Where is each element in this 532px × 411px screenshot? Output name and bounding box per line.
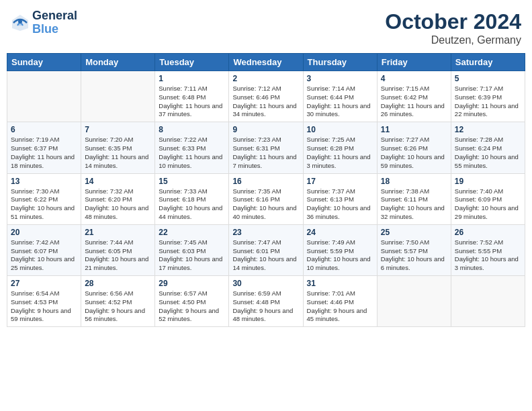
weekday-header-tuesday: Tuesday: [155, 54, 229, 71]
day-info: Sunrise: 7:42 AM Sunset: 6:07 PM Dayligh…: [11, 238, 77, 273]
day-info: Sunrise: 6:57 AM Sunset: 4:50 PM Dayligh…: [159, 289, 225, 324]
calendar-cell: 13Sunrise: 7:30 AM Sunset: 6:22 PM Dayli…: [7, 173, 81, 224]
weekday-header-saturday: Saturday: [451, 54, 525, 71]
calendar-cell: 30Sunrise: 6:59 AM Sunset: 4:48 PM Dayli…: [229, 276, 303, 327]
day-number: 11: [381, 125, 447, 134]
day-number: 25: [381, 228, 447, 237]
calendar-cell: 1Sunrise: 7:11 AM Sunset: 6:48 PM Daylig…: [155, 71, 229, 122]
calendar-cell: 23Sunrise: 7:47 AM Sunset: 6:01 PM Dayli…: [229, 224, 303, 275]
day-number: 12: [455, 125, 521, 134]
day-number: 24: [307, 228, 373, 237]
day-info: Sunrise: 7:28 AM Sunset: 6:24 PM Dayligh…: [455, 136, 521, 170]
weekday-header-friday: Friday: [377, 54, 451, 71]
day-info: Sunrise: 7:37 AM Sunset: 6:13 PM Dayligh…: [307, 187, 373, 222]
day-number: 27: [11, 279, 77, 288]
day-number: 14: [85, 177, 151, 186]
weekday-header-sunday: Sunday: [7, 54, 81, 71]
day-number: 6: [11, 125, 77, 134]
day-info: Sunrise: 7:19 AM Sunset: 6:37 PM Dayligh…: [11, 136, 77, 170]
calendar-cell: 8Sunrise: 7:22 AM Sunset: 6:33 PM Daylig…: [155, 122, 229, 173]
calendar-cell: [7, 71, 81, 122]
month-title: October 2024: [385, 9, 521, 34]
calendar-week-row: 1Sunrise: 7:11 AM Sunset: 6:48 PM Daylig…: [7, 71, 525, 122]
calendar-week-row: 20Sunrise: 7:42 AM Sunset: 6:07 PM Dayli…: [7, 224, 525, 275]
day-number: 22: [159, 228, 225, 237]
calendar-cell: 17Sunrise: 7:37 AM Sunset: 6:13 PM Dayli…: [303, 173, 377, 224]
day-number: 30: [232, 279, 299, 288]
calendar-week-row: 27Sunrise: 6:54 AM Sunset: 4:53 PM Dayli…: [7, 276, 525, 327]
calendar-cell: 19Sunrise: 7:40 AM Sunset: 6:09 PM Dayli…: [451, 173, 525, 224]
location-subtitle: Deutzen, Germany: [385, 34, 521, 46]
weekday-header-wednesday: Wednesday: [229, 54, 303, 71]
day-number: 10: [307, 125, 373, 134]
calendar-cell: 12Sunrise: 7:28 AM Sunset: 6:24 PM Dayli…: [451, 122, 525, 173]
calendar-cell: 15Sunrise: 7:33 AM Sunset: 6:18 PM Dayli…: [155, 173, 229, 224]
calendar-cell: 2Sunrise: 7:12 AM Sunset: 6:46 PM Daylig…: [229, 71, 303, 122]
calendar-cell: 21Sunrise: 7:44 AM Sunset: 6:05 PM Dayli…: [81, 224, 155, 275]
day-number: 9: [232, 125, 299, 134]
day-number: 7: [85, 125, 151, 134]
day-info: Sunrise: 7:32 AM Sunset: 6:20 PM Dayligh…: [85, 187, 151, 222]
day-number: 29: [159, 279, 225, 288]
calendar-cell: 20Sunrise: 7:42 AM Sunset: 6:07 PM Dayli…: [7, 224, 81, 275]
day-number: 19: [455, 177, 521, 186]
calendar-cell: 27Sunrise: 6:54 AM Sunset: 4:53 PM Dayli…: [7, 276, 81, 327]
day-info: Sunrise: 7:17 AM Sunset: 6:39 PM Dayligh…: [455, 85, 521, 119]
day-info: Sunrise: 7:27 AM Sunset: 6:26 PM Dayligh…: [381, 136, 447, 170]
calendar-cell: [81, 71, 155, 122]
day-info: Sunrise: 7:15 AM Sunset: 6:42 PM Dayligh…: [381, 85, 447, 119]
calendar-cell: 11Sunrise: 7:27 AM Sunset: 6:26 PM Dayli…: [377, 122, 451, 173]
calendar-cell: 22Sunrise: 7:45 AM Sunset: 6:03 PM Dayli…: [155, 224, 229, 275]
day-number: 15: [159, 177, 225, 186]
day-number: 1: [159, 74, 225, 83]
calendar-cell: 25Sunrise: 7:50 AM Sunset: 5:57 PM Dayli…: [377, 224, 451, 275]
weekday-header-thursday: Thursday: [303, 54, 377, 71]
day-number: 26: [455, 228, 521, 237]
day-info: Sunrise: 7:25 AM Sunset: 6:28 PM Dayligh…: [307, 136, 373, 170]
day-info: Sunrise: 7:30 AM Sunset: 6:22 PM Dayligh…: [11, 187, 77, 222]
logo-text: General Blue: [32, 9, 77, 36]
day-number: 18: [381, 177, 447, 186]
logo: General Blue: [11, 9, 77, 36]
day-info: Sunrise: 7:49 AM Sunset: 5:59 PM Dayligh…: [307, 238, 373, 273]
weekday-header-monday: Monday: [81, 54, 155, 71]
day-info: Sunrise: 7:22 AM Sunset: 6:33 PM Dayligh…: [159, 136, 225, 170]
calendar-cell: 14Sunrise: 7:32 AM Sunset: 6:20 PM Dayli…: [81, 173, 155, 224]
calendar-cell: 9Sunrise: 7:23 AM Sunset: 6:31 PM Daylig…: [229, 122, 303, 173]
day-number: 17: [307, 177, 373, 186]
day-number: 20: [11, 228, 77, 237]
day-number: 28: [85, 279, 151, 288]
day-info: Sunrise: 7:14 AM Sunset: 6:44 PM Dayligh…: [307, 85, 373, 119]
day-info: Sunrise: 7:40 AM Sunset: 6:09 PM Dayligh…: [455, 187, 521, 222]
day-number: 13: [11, 177, 77, 186]
page-header: General Blue October 2024 Deutzen, Germa…: [7, 7, 525, 49]
day-info: Sunrise: 7:52 AM Sunset: 5:55 PM Dayligh…: [455, 238, 521, 273]
day-info: Sunrise: 7:11 AM Sunset: 6:48 PM Dayligh…: [159, 85, 225, 119]
day-info: Sunrise: 7:47 AM Sunset: 6:01 PM Dayligh…: [232, 238, 299, 273]
calendar-cell: 3Sunrise: 7:14 AM Sunset: 6:44 PM Daylig…: [303, 71, 377, 122]
day-number: 5: [455, 74, 521, 83]
calendar-week-row: 6Sunrise: 7:19 AM Sunset: 6:37 PM Daylig…: [7, 122, 525, 173]
day-number: 3: [307, 74, 373, 83]
day-number: 4: [381, 74, 447, 83]
day-info: Sunrise: 7:44 AM Sunset: 6:05 PM Dayligh…: [85, 238, 151, 273]
day-info: Sunrise: 7:23 AM Sunset: 6:31 PM Dayligh…: [232, 136, 299, 170]
day-info: Sunrise: 7:20 AM Sunset: 6:35 PM Dayligh…: [85, 136, 151, 170]
day-number: 23: [232, 228, 299, 237]
day-info: Sunrise: 6:56 AM Sunset: 4:52 PM Dayligh…: [85, 289, 151, 324]
calendar-cell: 7Sunrise: 7:20 AM Sunset: 6:35 PM Daylig…: [81, 122, 155, 173]
calendar-cell: 24Sunrise: 7:49 AM Sunset: 5:59 PM Dayli…: [303, 224, 377, 275]
day-number: 2: [232, 74, 299, 83]
calendar-cell: 16Sunrise: 7:35 AM Sunset: 6:16 PM Dayli…: [229, 173, 303, 224]
calendar-cell: 18Sunrise: 7:38 AM Sunset: 6:11 PM Dayli…: [377, 173, 451, 224]
calendar-cell: 31Sunrise: 7:01 AM Sunset: 4:46 PM Dayli…: [303, 276, 377, 327]
day-info: Sunrise: 6:59 AM Sunset: 4:48 PM Dayligh…: [232, 289, 299, 324]
calendar-cell: [377, 276, 451, 327]
day-info: Sunrise: 6:54 AM Sunset: 4:53 PM Dayligh…: [11, 289, 77, 324]
day-info: Sunrise: 7:45 AM Sunset: 6:03 PM Dayligh…: [159, 238, 225, 273]
title-block: October 2024 Deutzen, Germany: [385, 9, 521, 46]
svg-point-2: [18, 19, 22, 24]
calendar-cell: [451, 276, 525, 327]
calendar-cell: 28Sunrise: 6:56 AM Sunset: 4:52 PM Dayli…: [81, 276, 155, 327]
day-info: Sunrise: 7:50 AM Sunset: 5:57 PM Dayligh…: [381, 238, 447, 273]
